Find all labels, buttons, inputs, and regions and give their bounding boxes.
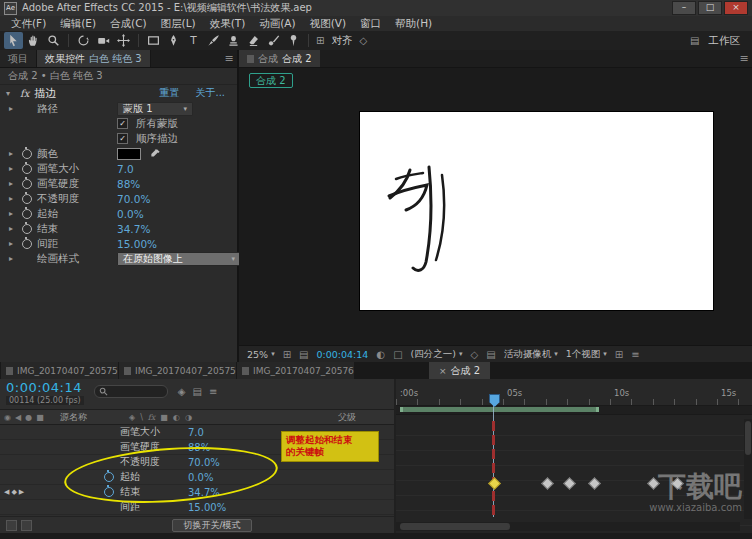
color-swatch[interactable] [117,148,141,160]
twirl-icon[interactable]: ▸ [6,209,16,218]
checkbox-icon[interactable]: ✓ [117,118,128,129]
twirl-icon[interactable]: ▸ [6,194,16,203]
eraser-tool[interactable] [244,32,263,49]
close-icon[interactable]: × [439,366,447,376]
keyframe-next-icon[interactable]: ▶ [19,488,24,496]
column-source-name[interactable]: 源名称 [60,411,87,424]
roto-brush-tool[interactable] [264,32,283,49]
twirl-icon[interactable]: ▸ [6,224,16,233]
horizontal-scrollbar[interactable] [396,522,740,531]
property-value[interactable]: 7.0 [188,427,204,438]
stopwatch-icon[interactable] [22,194,32,204]
shy-icon[interactable]: ◈ [129,413,135,422]
timeline-tab[interactable]: ×合成 2 [429,362,490,379]
expand-transfer-icon[interactable] [6,520,17,531]
stopwatch-icon[interactable] [22,149,32,159]
audio-icon[interactable]: ◀ [15,413,21,422]
keyframe-diamond-icon[interactable]: ◆ [11,488,16,496]
align-label[interactable]: 对齐 [331,34,352,48]
effect-property-value[interactable]: 70.0% [117,193,150,205]
region-of-interest-icon[interactable]: ◇ [471,349,479,360]
menu-item[interactable]: 动画(A) [252,17,302,31]
camera-tool[interactable] [94,32,113,49]
brush-tool[interactable] [204,32,223,49]
snapshot-icon[interactable]: ◐ [376,349,385,360]
property-value[interactable]: 15.00% [188,502,226,513]
pixel-aspect-icon[interactable]: ⊞ [615,349,623,360]
menu-item[interactable]: 帮助(H) [388,17,439,31]
twirl-icon[interactable]: ▸ [6,164,16,173]
workspace-switcher[interactable]: ▤ 工作区 [688,34,748,48]
expand-inout-icon[interactable] [21,520,32,531]
mask-visibility-icon[interactable]: ▤ [299,349,308,360]
stopwatch-icon[interactable] [22,164,32,174]
property-value[interactable]: 70.0% [188,457,220,468]
clone-stamp-tool[interactable] [224,32,243,49]
rotate-tool[interactable] [74,32,93,49]
close-button[interactable]: × [724,1,748,15]
timeline-tab[interactable]: IMG_20170407_205759 [119,362,236,379]
scrollbar-handle[interactable] [400,523,510,530]
maximize-button[interactable]: □ [698,1,722,15]
menu-item[interactable]: 窗口 [353,17,388,31]
selection-tool[interactable] [4,32,23,49]
effect-property-value[interactable]: 15.00% [117,238,157,250]
menu-item[interactable]: 文件(F) [4,17,53,31]
camera-menu[interactable]: 活动摄像机 ▾ [504,348,558,361]
draft-3d-icon[interactable]: ▤ [192,386,201,397]
panel-menu-icon[interactable]: ≡ [736,50,752,67]
pan-behind-tool[interactable] [114,32,133,49]
composition-canvas[interactable] [360,112,713,310]
toggle-switches-button[interactable]: 切换开关/模式 [172,519,251,532]
effects-icon[interactable]: fx [148,413,155,422]
effect-property-value[interactable]: 7.0 [117,163,134,175]
solo-icon[interactable]: ● [25,413,32,422]
minimize-button[interactable]: – [672,1,696,15]
zoom-tool[interactable] [44,32,63,49]
dropdown-select[interactable]: 蒙版 1▾ [117,102,193,116]
puppet-pin-tool[interactable] [284,32,303,49]
timeline-tab[interactable]: IMG_20170407_205760 [237,362,354,379]
resolution-menu[interactable]: (四分之一) ▾ [411,348,463,361]
menu-item[interactable]: 效果(T) [203,17,253,31]
frame-blend-icon[interactable]: ■ [160,413,168,422]
stopwatch-icon[interactable] [22,209,32,219]
3d-switch-icon[interactable]: ◑ [185,413,192,422]
twirl-icon[interactable]: ▸ [6,104,16,113]
property-value[interactable]: 88% [188,442,210,453]
panel-menu-icon[interactable]: ≡ [221,50,237,67]
stopwatch-icon[interactable] [22,179,32,189]
eye-icon[interactable]: ◉ [4,413,11,422]
menu-item[interactable]: 编辑(E) [53,17,103,31]
magnification-menu[interactable]: 25% ▾ [247,349,275,360]
graph-editor-icon[interactable]: ≡ [209,386,217,397]
keyframe-navigator[interactable]: ◀◆▶ [2,488,38,496]
menu-item[interactable]: 视图(V) [303,17,353,31]
motion-blur-icon[interactable]: ◐ [173,413,180,422]
stopwatch-icon[interactable] [104,472,114,482]
checkbox-icon[interactable]: ✓ [117,133,128,144]
grid-guides-icon[interactable]: ⊞ [283,349,291,360]
mini-flowchart-icon[interactable]: ◈ [178,386,186,397]
effect-property-value[interactable]: 34.7% [117,223,150,235]
keyframe-prev-icon[interactable]: ◀ [4,488,9,496]
twirl-icon[interactable]: ▸ [6,239,16,248]
transparency-grid-icon[interactable]: ▤ [486,349,495,360]
work-area-bar[interactable] [400,407,599,412]
tab-effect-controls[interactable]: 效果控件 白色 纯色 3 [37,50,151,67]
twirl-open-icon[interactable]: ▾ [6,89,15,98]
effect-property-value[interactable]: 88% [117,178,140,190]
effect-property-value[interactable]: 0.0% [117,208,144,220]
lock-icon[interactable]: ■ [36,413,44,422]
comp-navigator-badge[interactable]: 合成 2 [249,73,293,88]
pen-tool[interactable] [164,32,183,49]
tab-composition[interactable]: 合成 合成 2 [239,50,320,67]
timeline-search-input[interactable] [94,385,168,398]
view-layout-menu[interactable]: 1个视图 ▾ [566,348,607,361]
mask-feather-icon[interactable]: ◇ [359,35,367,46]
current-timecode[interactable]: 0:00:04:14 [6,381,84,394]
twirl-icon[interactable]: ▸ [6,179,16,188]
column-parent[interactable]: 父级 [338,411,356,424]
eyedropper-icon[interactable] [150,148,161,159]
property-value[interactable]: 0.0% [188,472,213,483]
